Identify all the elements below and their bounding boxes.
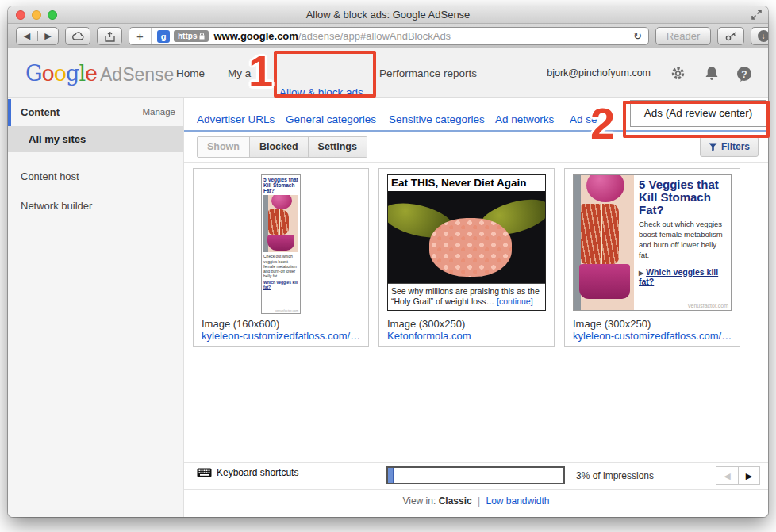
help-icon[interactable]: ? [736, 66, 752, 82]
logo-letter: g [66, 61, 79, 86]
adsense-header: GoogleAdSense Home My a Allow & block ad… [8, 48, 768, 98]
ad-image-300x250: Eat THIS, Never Diet Again See why milli… [387, 174, 546, 311]
ad-body: Check out which veggies boost female met… [639, 220, 728, 260]
sidebar-item-content-host[interactable]: Content host [21, 170, 79, 182]
download-icon: ↓ [758, 30, 769, 42]
ad-body: See why millions are praising this as th… [388, 283, 545, 310]
icloud-tabs-button[interactable] [65, 27, 90, 45]
ad-headline: 5 Veggies that Kill Stomach Fat? [263, 177, 298, 193]
password-extension-button[interactable] [717, 27, 744, 45]
graphic-bra [586, 174, 624, 202]
nav-allow-block-label: Allow & block ads [279, 86, 363, 98]
subtab-group: Shown Blocked Settings [197, 136, 367, 158]
ad-card[interactable]: 5 Veggies that Kill Stomach Fat? Check o… [564, 168, 740, 347]
view-low-bandwidth-link[interactable]: Low bandwidth [486, 496, 549, 507]
ad-headline: 5 Veggies that Kill Stomach Fat? [639, 178, 728, 216]
ad-size-label: Image (300x250) [573, 318, 732, 330]
browser-toolbar: ◀ ▶ + g https www.google.com/adsense/app… [8, 24, 768, 48]
filters-button[interactable]: Filters [700, 136, 759, 157]
ad-link: Which veggies kill fat? [263, 280, 298, 289]
ad-link-row: ▶Which veggies kill fat? [639, 267, 728, 286]
funnel-icon [709, 143, 717, 151]
tab-ads-ad-review-center[interactable]: Ads (Ad review center) [630, 100, 766, 127]
subtab-blocked[interactable]: Blocked [249, 137, 308, 157]
view-classic: Classic [439, 496, 472, 507]
logo-letter: o [54, 61, 66, 86]
lock-icon [199, 33, 205, 40]
ad-url-link[interactable]: kyleleon-customizedfatloss.com/… [573, 330, 732, 342]
nav-home-label: Home [176, 67, 205, 79]
back-button[interactable]: ◀ [17, 31, 37, 41]
manage-link[interactable]: Manage [142, 107, 175, 117]
url-text: www.google.com/adsense/app#allowAndBlock… [213, 30, 627, 42]
fullscreen-icon[interactable] [751, 10, 762, 20]
bell-icon[interactable] [705, 66, 719, 81]
share-button[interactable] [97, 27, 122, 45]
ad-text-block: 5 Veggies that Kill Stomach Fat? Check o… [639, 178, 728, 286]
window-title: Allow & block ads: Google AdSense [8, 9, 768, 21]
nav-my-ads[interactable]: My a [228, 48, 251, 98]
downloads-button[interactable]: ↓ [751, 27, 768, 45]
address-bar[interactable]: + g https www.google.com/adsense/app#all… [129, 27, 649, 45]
nav-home[interactable]: Home [176, 48, 205, 98]
ad-cards: 5 Veggies that Kill Stomach Fat? Check o… [193, 168, 740, 347]
top-sites-add-button[interactable]: + [129, 28, 152, 44]
sidebar-item-network-builder[interactable]: Network builder [21, 200, 92, 212]
pearls-graphic [429, 218, 512, 277]
https-badge: https [174, 30, 209, 42]
ad-url-link[interactable]: Ketonformola.com [387, 330, 546, 342]
ad-link: Which veggies kill fat? [639, 267, 718, 286]
view-in-label: View in: [402, 496, 436, 507]
view-separator: | [478, 496, 480, 507]
browser-window: Allow & block ads: Google AdSense ◀ ▶ + … [8, 6, 768, 517]
divider [184, 462, 768, 463]
ad-attribution: venusfactor.com [275, 308, 298, 312]
gear-icon[interactable] [670, 66, 686, 81]
keyboard-icon [197, 468, 212, 477]
tab-ad-serving[interactable]: Ad se [570, 113, 597, 125]
prev-page-button[interactable]: ◀ [716, 466, 738, 485]
tab-general-categories[interactable]: General categories [286, 113, 376, 125]
svg-text:?: ? [741, 69, 747, 80]
active-section-bar [8, 99, 11, 126]
divider [184, 162, 768, 163]
reload-icon[interactable]: ↻ [633, 30, 642, 42]
reader-button[interactable]: Reader [655, 27, 711, 45]
forward-button[interactable]: ▶ [37, 31, 58, 41]
tab-sensitive-categories[interactable]: Sensitive categories [389, 113, 485, 125]
logo-product-name: AdSense [100, 64, 174, 85]
main-area: Advertiser URLs General categories Sensi… [184, 98, 768, 517]
tab-advertiser-urls[interactable]: Advertiser URLs [197, 113, 275, 125]
subtab-settings[interactable]: Settings [308, 137, 367, 157]
sidebar-section-label: Content [21, 106, 60, 118]
cloud-icon [71, 32, 84, 40]
graphic-shorts [267, 235, 294, 251]
keyboard-shortcuts-link[interactable]: Keyboard shortcuts [197, 467, 298, 478]
google-favicon: g [157, 30, 170, 43]
filters-label: Filters [721, 137, 750, 156]
view-mode-row: View in: Classic | Low bandwidth [184, 496, 768, 507]
impressions-label: 3% of impressions [576, 470, 654, 481]
subtab-shown[interactable]: Shown [198, 137, 249, 157]
nav-my-ads-label: My a [228, 67, 251, 79]
ad-continue-link: [continue] [497, 297, 533, 306]
next-page-button[interactable]: ▶ [738, 466, 760, 485]
ad-card[interactable]: 5 Veggies that Kill Stomach Fat? Check o… [193, 168, 369, 347]
ad-size-label: Image (160x600) [202, 318, 360, 330]
titlebar: Allow & block ads: Google AdSense [8, 6, 768, 24]
sidebar-item-all-my-sites[interactable]: All my sites [8, 126, 183, 152]
nav-performance-label: Performance reports [379, 67, 477, 79]
impressions-progress-bar [386, 466, 565, 484]
nav-performance-reports[interactable]: Performance reports [379, 48, 477, 98]
tab-ad-networks[interactable]: Ad networks [495, 113, 554, 125]
ad-url-link[interactable]: kyleleon-customizedfatloss.com/… [202, 330, 360, 342]
url-domain: www.google.com [213, 30, 298, 42]
logo-letter: l [79, 61, 85, 86]
https-label: https [178, 32, 197, 40]
ad-card[interactable]: Eat THIS, Never Diet Again See why milli… [378, 168, 555, 347]
sidebar-section-content: Content Manage [8, 99, 183, 126]
graphic-muscles [268, 209, 289, 235]
torso-graphic [574, 175, 634, 311]
graphic-shorts [579, 264, 630, 299]
account-email: bjork@pinchofyum.com [547, 67, 651, 78]
